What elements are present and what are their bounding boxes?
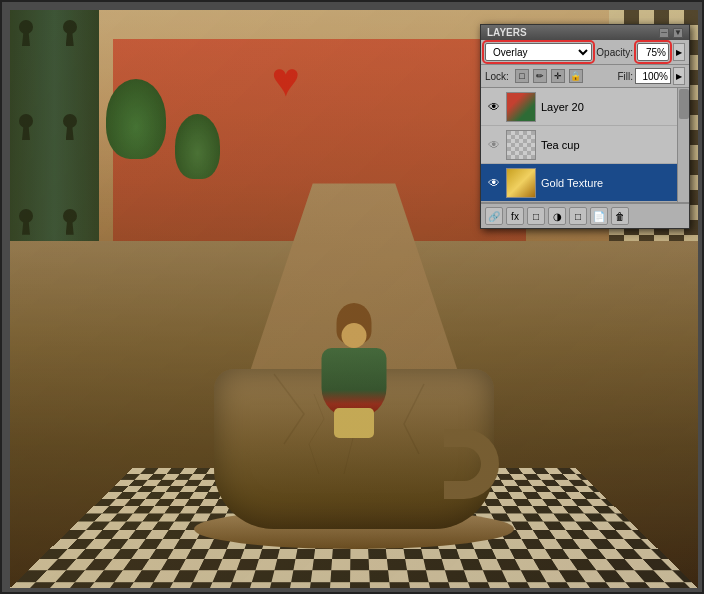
keyhole-1	[15, 20, 37, 52]
mask-btn[interactable]: □	[527, 207, 545, 225]
girl-legs	[334, 408, 374, 438]
layer-name-layer20: Layer 20	[541, 101, 685, 113]
layer-thumb-gold	[506, 168, 536, 198]
lock-move-icon[interactable]: ✛	[551, 69, 565, 83]
panel-minimize-btn[interactable]: ─	[659, 28, 669, 38]
girl-head	[342, 323, 367, 348]
fill-input[interactable]	[635, 68, 671, 84]
layer-thumb-teacup	[506, 130, 536, 160]
panel-toolbar: 🔗 fx □ ◑ □ 📄 🗑	[481, 203, 689, 228]
layer-eye-gold[interactable]: 👁	[485, 174, 503, 192]
layer-eye-layer20[interactable]: 👁	[485, 98, 503, 116]
panel-title-bar: LAYERS ─ ▼	[481, 25, 689, 40]
layer-eye-teacup[interactable]: 👁	[485, 136, 503, 154]
opacity-input[interactable]	[637, 43, 669, 61]
layers-panel: LAYERS ─ ▼ Overlay Opacity: ▶ Lock: □ ✏ …	[480, 24, 690, 229]
scrollbar-thumb[interactable]	[679, 89, 689, 119]
panel-title: LAYERS	[487, 27, 527, 38]
lock-transparent-icon[interactable]: □	[515, 69, 529, 83]
fx-btn[interactable]: fx	[506, 207, 524, 225]
heart-decoration: ♥	[271, 56, 331, 106]
delete-layer-btn[interactable]: 🗑	[611, 207, 629, 225]
fill-label: Fill:	[617, 71, 633, 82]
keyhole-4	[59, 114, 81, 146]
lock-label: Lock:	[485, 71, 509, 82]
panel-controls: ─ ▼	[659, 28, 683, 38]
layer-item-gold-texture[interactable]: 👁 Gold Texture	[481, 164, 689, 202]
blend-mode-row: Overlay Opacity: ▶	[481, 40, 689, 65]
keyhole-3	[15, 114, 37, 146]
main-window: ♥	[0, 0, 704, 594]
layer-thumb-layer20	[506, 92, 536, 122]
blend-mode-select[interactable]: Overlay	[485, 43, 592, 61]
lock-all-icon[interactable]: 🔒	[569, 69, 583, 83]
fill-arrow[interactable]: ▶	[673, 67, 685, 85]
fill-section: Fill: ▶	[617, 67, 685, 85]
keyhole-2	[59, 20, 81, 52]
layer-scrollbar[interactable]	[677, 88, 689, 202]
group-btn[interactable]: □	[569, 207, 587, 225]
link-layers-btn[interactable]: 🔗	[485, 207, 503, 225]
keyhole-5	[15, 209, 37, 241]
lock-row: Lock: □ ✏ ✛ 🔒 Fill: ▶	[481, 65, 689, 88]
opacity-label: Opacity:	[596, 47, 633, 58]
layer-item-teacup[interactable]: 👁 Tea cup	[481, 126, 689, 164]
lock-brush-icon[interactable]: ✏	[533, 69, 547, 83]
adjustment-btn[interactable]: ◑	[548, 207, 566, 225]
layer-item-layer20[interactable]: 👁 Layer 20	[481, 88, 689, 126]
panel-menu-btn[interactable]: ▼	[673, 28, 683, 38]
new-layer-btn[interactable]: 📄	[590, 207, 608, 225]
bush-left2	[175, 114, 220, 179]
layer-name-gold: Gold Texture	[541, 177, 685, 189]
bush-left	[106, 79, 166, 159]
keyhole-6	[59, 209, 81, 241]
girl-figure	[309, 298, 399, 438]
layer-name-teacup: Tea cup	[541, 139, 685, 151]
layer-list: 👁 Layer 20 👁 Tea cup 👁 Gold Texture	[481, 88, 689, 203]
opacity-arrow[interactable]: ▶	[673, 43, 685, 61]
